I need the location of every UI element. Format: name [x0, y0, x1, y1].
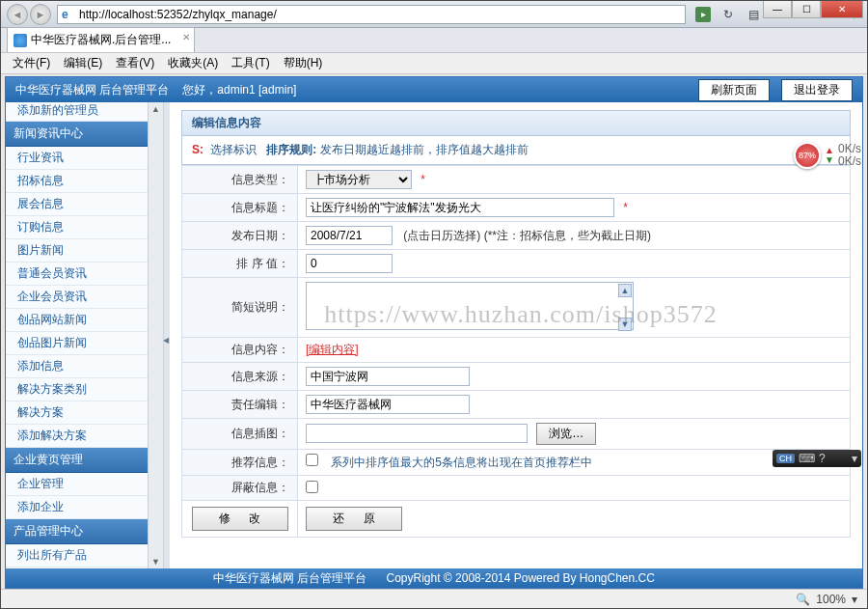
sidebar-scrollbar[interactable] [148, 102, 163, 568]
sidebar-item[interactable]: 企业会员资讯 [6, 286, 163, 309]
minimize-button[interactable]: — [763, 1, 792, 18]
browser-toolbar: ◄ ► e ▸ ↻ ▤ ✕ ⌂ ★ ⚙ [1, 1, 867, 28]
address-bar[interactable]: e [57, 5, 686, 24]
admin-app: 中华医疗器械网 后台管理平台 您好，admin1 [admin] 刷新页面 退出… [5, 76, 863, 589]
logout-button[interactable]: 退出登录 [781, 79, 853, 101]
browser-tab[interactable]: 中华医疗器械网.后台管理... ✕ [7, 27, 195, 52]
sidebar-item[interactable]: 产品类别管理 [6, 567, 163, 568]
edit-content-link[interactable]: [编辑内容] [306, 343, 359, 356]
compat-icon[interactable]: ▤ [746, 7, 761, 22]
recommend-hint: 系列中排序值最大的5条信息将出现在首页推荐栏中 [331, 456, 592, 469]
sidebar-item[interactable]: 添加信息 [6, 355, 163, 378]
input-sort[interactable] [306, 254, 393, 273]
sidebar-item[interactable]: 添加解决方案 [6, 425, 163, 448]
select-type[interactable]: ┣市场分析 [306, 170, 412, 189]
menu-item[interactable]: 帮助(H) [278, 53, 329, 73]
input-editor[interactable] [306, 395, 470, 414]
checkbox-shield[interactable] [306, 481, 318, 493]
label-brief: 简短说明： [182, 278, 298, 338]
speed-down: 0K/s [838, 155, 861, 168]
menu-item[interactable]: 工具(T) [226, 53, 275, 73]
refresh-icon[interactable]: ↻ [720, 7, 736, 22]
stop-icon[interactable]: ▸ [695, 7, 711, 22]
back-button[interactable]: ◄ [7, 4, 28, 25]
ime-bar[interactable]: CH ⌨ ? ▾ [773, 450, 861, 467]
label-source: 信息来源： [182, 363, 298, 391]
label-date: 发布日期： [182, 222, 298, 250]
sidebar-group-header[interactable]: 新闻资讯中心 [6, 122, 163, 147]
sidebar: 添加新的管理员新闻资讯中心行业资讯招标信息展会信息订购信息图片新闻普通会员资讯企… [6, 102, 164, 568]
textarea-down-icon[interactable]: ▼ [618, 318, 632, 331]
menu-item[interactable]: 收藏夹(A) [162, 53, 224, 73]
input-source[interactable] [306, 367, 470, 386]
label-sort: 排 序 值： [182, 250, 298, 278]
textarea-up-icon[interactable]: ▲ [618, 284, 632, 297]
menu-item[interactable]: 查看(V) [110, 53, 160, 73]
maximize-button[interactable]: ☐ [792, 1, 821, 18]
sidebar-group-header[interactable]: 产品管理中心 [6, 519, 163, 544]
zoom-dropdown-icon[interactable]: ▾ [852, 593, 857, 606]
sidebar-item[interactable]: 添加新的管理员 [6, 102, 163, 122]
app-footer: 中华医疗器械网 后台管理平台 CopyRight © 2008-2014 Pow… [6, 568, 862, 588]
app-brand: 中华医疗器械网 后台管理平台 [15, 82, 169, 98]
label-title: 信息标题： [182, 194, 298, 222]
checkbox-recommend[interactable] [306, 454, 318, 466]
sidebar-item[interactable]: 企业管理 [6, 473, 163, 496]
label-type: 信息类型： [182, 166, 298, 194]
sidebar-item[interactable]: 图片新闻 [6, 239, 163, 263]
sidebar-item[interactable]: 普通会员资讯 [6, 263, 163, 286]
ime-lang: CH [776, 454, 795, 463]
sidebar-item[interactable]: 订购信息 [6, 216, 163, 239]
panel-title: 编辑信息内容 [181, 110, 851, 136]
required-star: * [420, 173, 425, 186]
badge-percent: 87% [794, 142, 821, 169]
label-image: 信息插图： [182, 419, 298, 450]
favicon-icon [14, 34, 27, 47]
sidebar-item[interactable]: 列出所有产品 [6, 544, 163, 567]
sidebar-item[interactable]: 创品图片新闻 [6, 332, 163, 355]
textarea-brief[interactable] [306, 282, 634, 330]
zoom-icon[interactable]: 🔍 [796, 593, 810, 606]
arrow-down-icon: ▼ [825, 155, 834, 165]
input-image-path[interactable] [306, 424, 528, 443]
window-controls: — ☐ ✕ [763, 1, 863, 18]
sidebar-item[interactable]: 解决方案类别 [6, 378, 163, 401]
ime-keyboard-icon: ⌨ [799, 452, 815, 465]
sort-rule-row: S: 选择标识 排序规则: 发布日期越近越排前，排序值越大越排前 [181, 136, 851, 165]
forward-button[interactable]: ► [30, 4, 51, 25]
greeting: 您好，admin1 [admin] [182, 82, 296, 98]
tab-close-icon[interactable]: ✕ [182, 32, 190, 42]
content-area: 编辑信息内容 S: 选择标识 排序规则: 发布日期越近越排前，排序值越大越排前 … [170, 102, 862, 568]
sidebar-item[interactable]: 展会信息 [6, 193, 163, 216]
footer-copy: CopyRight © 2008-2014 Powered By HongChe… [387, 571, 655, 585]
sidebar-item[interactable]: 招标信息 [6, 170, 163, 193]
reset-button[interactable]: 还 原 [306, 507, 402, 531]
sidebar-item[interactable]: 行业资讯 [6, 147, 163, 170]
refresh-page-button[interactable]: 刷新页面 [698, 79, 770, 101]
network-badge[interactable]: 87% ▲ ▼ 0K/s 0K/s [794, 142, 861, 169]
zoom-level: 100% [816, 593, 846, 606]
footer-brand: 中华医疗器械网 后台管理平台 [213, 570, 366, 587]
tab-strip: 中华医疗器械网.后台管理... ✕ [1, 28, 867, 53]
input-title[interactable] [306, 198, 614, 217]
close-button[interactable]: ✕ [821, 1, 863, 18]
submit-button[interactable]: 修 改 [192, 507, 288, 531]
browse-button[interactable]: 浏览… [536, 423, 596, 445]
label-editor: 责任编辑： [182, 391, 298, 419]
input-date[interactable] [306, 226, 393, 245]
sidebar-group-header[interactable]: 企业黄页管理 [6, 448, 163, 473]
required-star: * [623, 201, 628, 214]
menu-item[interactable]: 编辑(E) [58, 53, 108, 73]
label-content: 信息内容： [182, 338, 298, 363]
url-input[interactable] [79, 8, 681, 21]
browser-statusbar: 🔍 100% ▾ [1, 589, 867, 608]
sidebar-item[interactable]: 解决方案 [6, 401, 163, 425]
tab-title: 中华医疗器械网.后台管理... [31, 32, 171, 48]
sidebar-item[interactable]: 添加企业 [6, 496, 163, 519]
label-recommend: 推荐信息： [182, 450, 298, 476]
ime-help-icon: ? [819, 452, 826, 465]
browser-menubar: 文件(F)编辑(E)查看(V)收藏夹(A)工具(T)帮助(H) [1, 53, 867, 74]
sidebar-item[interactable]: 创品网站新闻 [6, 309, 163, 332]
edit-form: 信息类型： ┣市场分析 * 信息标题： * [181, 165, 851, 538]
menu-item[interactable]: 文件(F) [7, 53, 56, 73]
